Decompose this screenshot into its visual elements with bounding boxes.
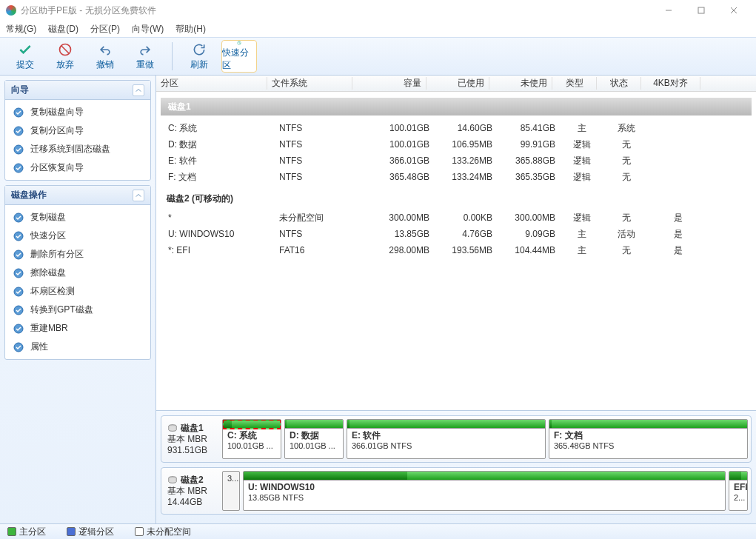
diskops-panel-header[interactable]: 磁盘操作: [5, 186, 150, 205]
wizard-item-label: 分区恢复向导: [30, 161, 84, 174]
legend: 主分区 逻辑分区 未分配空间: [0, 523, 756, 539]
sidebar: 向导 复制磁盘向导复制分区向导迁移系统到固态磁盘分区恢复向导 磁盘操作 复制磁盘…: [0, 76, 156, 523]
diskop-item-5[interactable]: 转换到GPT磁盘: [5, 301, 150, 319]
window-title: 分区助手PE版 - 无损分区免费软件: [21, 4, 156, 17]
legend-primary: 主分区: [7, 526, 46, 538]
diskop-item-label: 转换到GPT磁盘: [30, 304, 93, 316]
menu-disk[interactable]: 磁盘(D): [48, 23, 78, 36]
table-row[interactable]: *: EFI FAT16 298.00MB 193.56MB 104.44MB …: [156, 242, 756, 258]
col-capacity[interactable]: 容量: [352, 77, 426, 90]
refresh-button[interactable]: 刷新: [181, 40, 217, 73]
disk-map-area: 磁盘1 基本 MBR 931.51GB C: 系统100.01GB ... D:…: [156, 410, 756, 523]
disk1-map[interactable]: 磁盘1 基本 MBR 931.51GB C: 系统100.01GB ... D:…: [161, 415, 752, 463]
disk1-info: 磁盘1 基本 MBR 931.51GB: [164, 419, 219, 459]
col-type[interactable]: 类型: [552, 77, 597, 90]
content-area: 分区 文件系统 容量 已使用 未使用 类型 状态 4KB对齐 磁盘1 C: 系统…: [156, 76, 756, 523]
col-free[interactable]: 未使用: [489, 77, 552, 90]
diskop-item-label: 快速分区: [30, 230, 66, 242]
diskops-panel: 磁盘操作 复制磁盘快速分区删除所有分区擦除磁盘坏扇区检测转换到GPT磁盘重建MB…: [4, 185, 151, 360]
table-row[interactable]: F: 文档 NTFS 365.48GB 133.24MB 365.35GB 逻辑…: [156, 169, 756, 185]
diskop-item-label: 坏扇区检测: [30, 285, 75, 298]
wizard-item-2[interactable]: 迁移系统到固态磁盘: [5, 140, 150, 158]
map-partition-d[interactable]: D: 数据100.01GB ...: [284, 419, 344, 459]
col-state[interactable]: 状态: [597, 77, 641, 90]
diskop-item-2[interactable]: 删除所有分区: [5, 245, 150, 264]
table-row[interactable]: * 未分配空间 300.00MB 0.00KB 300.00MB 逻辑 无 是: [156, 210, 756, 226]
chevron-up-icon[interactable]: [133, 190, 144, 201]
col-filesystem[interactable]: 文件系统: [267, 77, 352, 90]
diskop-item-7[interactable]: 属性: [5, 338, 150, 356]
diskop-item-label: 擦除磁盘: [30, 267, 66, 279]
quick-partition-button[interactable]: 快速分区: [221, 40, 257, 73]
minimize-button[interactable]: [652, 0, 685, 21]
menu-general[interactable]: 常规(G): [6, 23, 36, 36]
disk-icon: [167, 423, 178, 433]
diskop-item-0[interactable]: 复制磁盘: [5, 208, 150, 227]
undo-button[interactable]: 撤销: [87, 40, 123, 73]
diskop-item-label: 删除所有分区: [30, 248, 84, 261]
diskop-item-3[interactable]: 擦除磁盘: [5, 264, 150, 282]
diskop-item-1[interactable]: 快速分区: [5, 227, 150, 245]
diskop-item-label: 复制磁盘: [30, 211, 66, 224]
commit-button[interactable]: 提交: [7, 40, 43, 73]
menu-help[interactable]: 帮助(H): [175, 23, 206, 36]
menubar: 常规(G) 磁盘(D) 分区(P) 向导(W) 帮助(H): [0, 21, 756, 37]
wizard-item-0[interactable]: 复制磁盘向导: [5, 103, 150, 121]
wizard-panel: 向导 复制磁盘向导复制分区向导迁移系统到固态磁盘分区恢复向导: [4, 80, 151, 181]
col-4k-align[interactable]: 4KB对齐: [641, 77, 700, 90]
map-unallocated[interactable]: 3...: [222, 471, 240, 511]
col-partition[interactable]: 分区: [156, 77, 267, 90]
disk-icon: [167, 475, 178, 485]
wizard-item-label: 迁移系统到固态磁盘: [30, 143, 110, 155]
map-partition-c[interactable]: C: 系统100.01GB ...: [222, 419, 281, 459]
close-button[interactable]: [717, 0, 750, 21]
diskop-item-label: 重建MBR: [30, 322, 68, 335]
map-partition-efi[interactable]: EFI2...: [729, 471, 748, 511]
legend-unallocated: 未分配空间: [135, 526, 191, 538]
disk2-map[interactable]: 磁盘2 基本 MBR 14.44GB 3... U: WINDOWS1013.8…: [161, 467, 752, 515]
wizard-item-1[interactable]: 复制分区向导: [5, 121, 150, 140]
table-row[interactable]: C: 系统 NTFS 100.01GB 14.60GB 85.41GB 主 系统: [156, 120, 756, 136]
menu-partition[interactable]: 分区(P): [90, 23, 120, 36]
disk2-header[interactable]: 磁盘2 (可移动的): [156, 185, 756, 210]
map-partition-u[interactable]: U: WINDOWS1013.85GB NTFS: [243, 471, 726, 511]
table-row[interactable]: E: 软件 NTFS 366.01GB 133.26MB 365.88GB 逻辑…: [156, 153, 756, 169]
legend-logical: 逻辑分区: [67, 526, 114, 538]
disk1-header[interactable]: 磁盘1: [161, 98, 752, 116]
disk2-info: 磁盘2 基本 MBR 14.44GB: [164, 471, 219, 511]
diskop-item-label: 属性: [30, 341, 48, 353]
diskop-item-6[interactable]: 重建MBR: [5, 319, 150, 338]
table-row[interactable]: D: 数据 NTFS 100.01GB 106.95MB 99.91GB 逻辑 …: [156, 136, 756, 153]
wizard-panel-header[interactable]: 向导: [5, 81, 150, 100]
toolbar: 提交 放弃 撤销 重做 刷新 快速分区: [0, 37, 756, 76]
wizard-item-label: 复制分区向导: [30, 124, 84, 137]
col-used[interactable]: 已使用: [426, 77, 489, 90]
menu-wizard[interactable]: 向导(W): [132, 23, 164, 36]
map-partition-e[interactable]: E: 软件366.01GB NTFS: [347, 419, 546, 459]
partition-table-body: 磁盘1 C: 系统 NTFS 100.01GB 14.60GB 85.41GB …: [156, 92, 756, 410]
discard-button[interactable]: 放弃: [47, 40, 83, 73]
table-row[interactable]: U: WINDOWS10 NTFS 13.85GB 4.76GB 9.09GB …: [156, 226, 756, 242]
diskop-item-4[interactable]: 坏扇区检测: [5, 282, 150, 301]
column-header: 分区 文件系统 容量 已使用 未使用 类型 状态 4KB对齐: [156, 76, 756, 92]
wizard-item-label: 复制磁盘向导: [30, 106, 84, 118]
map-partition-f[interactable]: F: 文档365.48GB NTFS: [549, 419, 748, 459]
maximize-button[interactable]: [685, 0, 717, 21]
wizard-item-3[interactable]: 分区恢复向导: [5, 158, 150, 177]
chevron-up-icon[interactable]: [133, 84, 144, 96]
svg-rect-0: [698, 7, 704, 13]
titlebar: 分区助手PE版 - 无损分区免费软件: [0, 0, 756, 21]
app-logo-icon: [6, 5, 16, 16]
redo-button[interactable]: 重做: [127, 40, 163, 73]
